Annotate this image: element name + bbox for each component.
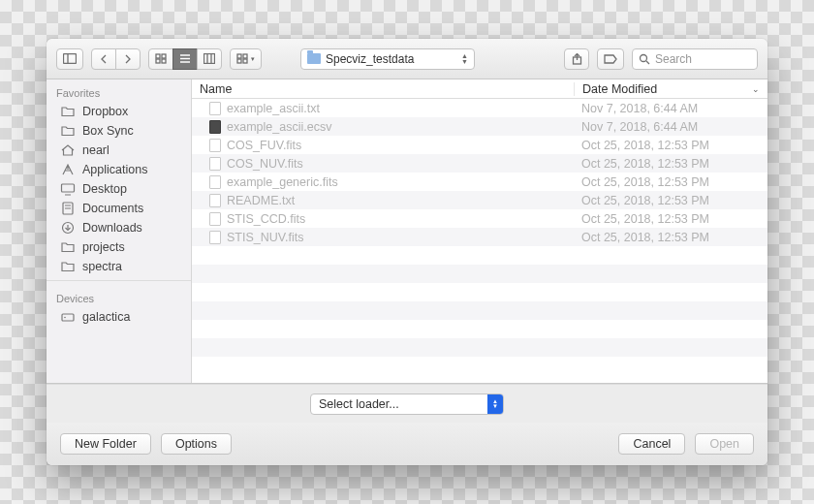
file-date: Oct 25, 2018, 12:53 PM xyxy=(574,194,767,207)
folder-icon xyxy=(60,261,76,273)
desktop-icon xyxy=(60,183,76,196)
file-row[interactable]: example_generic.fitsOct 25, 2018, 12:53 … xyxy=(192,173,767,191)
sidebar-item-projects[interactable]: projects xyxy=(47,237,191,257)
file-name: STIS_NUV.fits xyxy=(227,231,303,244)
file-rows[interactable]: example_ascii.txtNov 7, 2018, 6:44 AMexa… xyxy=(192,99,767,383)
sidebar-toggle-button[interactable] xyxy=(56,48,83,70)
sidebar-device-galactica[interactable]: galactica xyxy=(47,307,191,327)
sidebar-item-box-sync[interactable]: Box Sync xyxy=(47,121,191,141)
body: Favorites DropboxBox SyncnearlApplicatio… xyxy=(47,79,767,384)
sidebar-item-downloads[interactable]: Downloads xyxy=(47,218,191,237)
column-date[interactable]: Date Modified ⌄ xyxy=(574,82,767,96)
svg-rect-4 xyxy=(156,59,160,63)
cancel-button[interactable]: Cancel xyxy=(618,433,685,455)
empty-row xyxy=(192,283,767,301)
file-row[interactable]: STIS_CCD.fitsOct 25, 2018, 12:53 PM xyxy=(192,209,767,228)
doc-icon xyxy=(60,203,76,215)
path-dropdown[interactable]: Specviz_testdata ▲▼ xyxy=(300,48,475,70)
file-date: Nov 7, 2018, 6:44 AM xyxy=(574,120,767,134)
options-button[interactable]: Options xyxy=(161,433,232,455)
svg-line-19 xyxy=(646,61,649,64)
file-name: README.txt xyxy=(227,194,295,207)
view-mode-segment xyxy=(148,48,222,70)
svg-rect-2 xyxy=(156,54,160,58)
file-date: Oct 25, 2018, 12:53 PM xyxy=(574,231,767,244)
empty-row xyxy=(192,301,767,320)
drive-icon xyxy=(60,311,76,324)
search-field[interactable]: Search xyxy=(632,48,758,70)
search-placeholder: Search xyxy=(655,52,692,66)
forward-button[interactable] xyxy=(115,48,141,70)
icon-view-button[interactable] xyxy=(148,48,173,70)
folder-icon xyxy=(60,125,76,138)
column-headers: Name Date Modified ⌄ xyxy=(192,79,767,99)
file-name: STIS_CCD.fits xyxy=(227,212,305,226)
file-open-dialog: ▾ Specviz_testdata ▲▼ Search Favorites D… xyxy=(47,39,767,465)
sidebar-item-label: Documents xyxy=(82,202,143,215)
file-name: example_ascii.ecsv xyxy=(227,120,331,134)
downloads-icon xyxy=(60,222,76,235)
svg-rect-3 xyxy=(162,54,166,58)
file-icon xyxy=(209,102,221,115)
file-name: example_ascii.txt xyxy=(227,102,320,115)
favorites-heading: Favorites xyxy=(47,79,191,102)
sidebar-item-label: Desktop xyxy=(82,182,127,196)
sidebar-item-spectra[interactable]: spectra xyxy=(47,257,191,276)
sidebar-item-label: Box Sync xyxy=(82,124,134,138)
nav-back-forward xyxy=(91,48,141,70)
empty-row xyxy=(192,320,767,338)
list-view-button[interactable] xyxy=(172,48,198,70)
sidebar: Favorites DropboxBox SyncnearlApplicatio… xyxy=(47,79,192,383)
loader-label: Select loader... xyxy=(319,397,399,411)
svg-rect-0 xyxy=(64,54,77,64)
file-row[interactable]: README.txtOct 25, 2018, 12:53 PM xyxy=(192,191,767,209)
footer: New Folder Options Cancel Open xyxy=(47,423,767,465)
file-icon xyxy=(209,194,221,207)
file-name: COS_FUV.fits xyxy=(227,139,301,152)
sidebar-item-nearl[interactable]: nearl xyxy=(47,141,191,160)
path-label: Specviz_testdata xyxy=(326,52,414,66)
file-row[interactable]: example_ascii.ecsvNov 7, 2018, 6:44 AM xyxy=(192,117,767,136)
sidebar-item-applications[interactable]: Applications xyxy=(47,160,191,179)
file-name: COS_NUV.fits xyxy=(227,157,303,171)
svg-rect-20 xyxy=(62,184,75,192)
chevron-down-icon: ⌄ xyxy=(752,84,760,94)
file-row[interactable]: COS_FUV.fitsOct 25, 2018, 12:53 PM xyxy=(192,136,767,154)
sidebar-item-documents[interactable]: Documents xyxy=(47,199,191,218)
open-button[interactable]: Open xyxy=(695,433,754,455)
column-name[interactable]: Name xyxy=(192,82,574,96)
stepper-icon: ▲▼ xyxy=(461,53,468,65)
svg-point-18 xyxy=(641,54,647,61)
empty-row xyxy=(192,338,767,357)
sidebar-item-label: projects xyxy=(82,240,125,254)
share-button[interactable] xyxy=(564,48,589,70)
apps-icon xyxy=(60,164,76,176)
file-row[interactable]: STIS_NUV.fitsOct 25, 2018, 12:53 PM xyxy=(192,228,767,246)
toolbar: ▾ Specviz_testdata ▲▼ Search xyxy=(47,39,767,79)
stepper-icon: ▲▼ xyxy=(487,394,503,414)
column-view-button[interactable] xyxy=(197,48,222,70)
svg-rect-5 xyxy=(162,59,166,63)
file-row[interactable]: COS_NUV.fitsOct 25, 2018, 12:53 PM xyxy=(192,154,767,173)
back-button[interactable] xyxy=(91,48,116,70)
file-icon xyxy=(209,139,221,152)
empty-row xyxy=(192,246,767,265)
sidebar-item-label: spectra xyxy=(82,260,122,273)
file-date: Oct 25, 2018, 12:53 PM xyxy=(574,139,767,152)
sidebar-item-label: Dropbox xyxy=(82,105,128,118)
file-date: Oct 25, 2018, 12:53 PM xyxy=(574,157,767,171)
tags-button[interactable] xyxy=(597,48,624,70)
svg-point-28 xyxy=(64,317,66,319)
file-icon xyxy=(209,231,221,244)
file-row[interactable]: example_ascii.txtNov 7, 2018, 6:44 AM xyxy=(192,99,767,117)
svg-rect-27 xyxy=(62,314,74,321)
home-icon xyxy=(60,144,76,157)
file-icon xyxy=(209,175,221,189)
file-icon xyxy=(209,120,221,134)
sidebar-item-dropbox[interactable]: Dropbox xyxy=(47,102,191,121)
sidebar-item-desktop[interactable]: Desktop xyxy=(47,179,191,199)
file-date: Oct 25, 2018, 12:53 PM xyxy=(574,175,767,189)
loader-dropdown[interactable]: Select loader... ▲▼ xyxy=(310,394,504,415)
group-by-button[interactable]: ▾ xyxy=(230,48,262,70)
new-folder-button[interactable]: New Folder xyxy=(60,433,151,455)
